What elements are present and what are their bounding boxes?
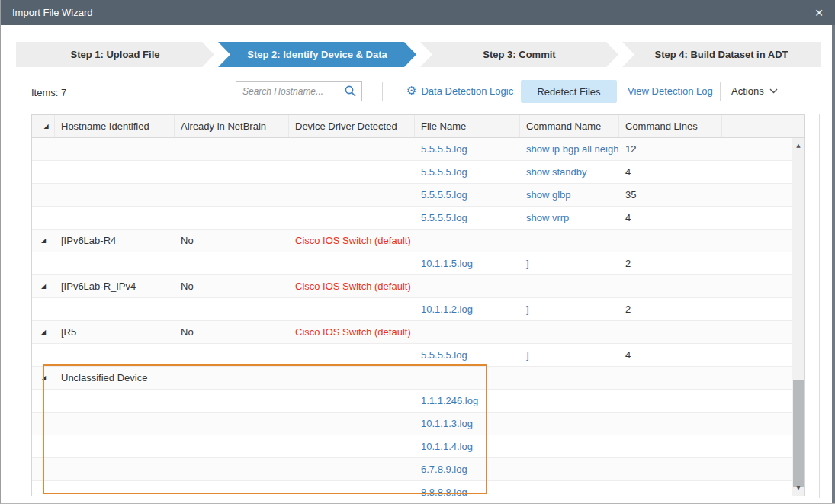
hostname-cell: [IPv6Lab-R4 xyxy=(55,235,175,246)
wizard-step-label: Step 3: Commit xyxy=(483,49,555,60)
file-name-link[interactable]: 5.5.5.5.log xyxy=(415,212,520,223)
col-file-name[interactable]: File Name xyxy=(415,115,520,137)
toolbar-divider xyxy=(720,82,721,101)
close-icon[interactable]: ✕ xyxy=(814,7,824,19)
table-row[interactable]: 10.1.1.4.log xyxy=(32,435,804,458)
command-name-link[interactable]: show ip bgp all neigh... xyxy=(520,143,619,155)
table-row[interactable]: ◢ Unclassified Device xyxy=(32,367,804,390)
expand-icon[interactable]: ◢ xyxy=(41,238,46,244)
col-command-lines[interactable]: Command Lines xyxy=(619,115,722,137)
table-row[interactable]: 6.7.8.9.log xyxy=(32,458,804,481)
file-name-link[interactable]: 5.5.5.5.log xyxy=(415,166,520,178)
items-count: Items: 7 xyxy=(31,87,66,98)
table-row[interactable]: 5.5.5.5.log show standby 4 xyxy=(32,161,804,184)
collapse-all-icon[interactable]: ◢ xyxy=(43,124,48,130)
command-lines-cell: 4 xyxy=(619,212,722,223)
search-box[interactable] xyxy=(236,81,362,101)
expand-icon[interactable]: ◢ xyxy=(41,375,46,381)
search-input[interactable] xyxy=(242,86,344,97)
file-name-link[interactable]: 5.5.5.5.log xyxy=(415,349,520,361)
col-command-name[interactable]: Command Name xyxy=(520,115,619,137)
command-lines-cell: 12 xyxy=(619,143,722,155)
command-name-link[interactable]: show standby xyxy=(520,166,619,178)
command-name-link[interactable]: show vrrp xyxy=(520,212,619,223)
wizard-step-label: Step 2: Identify Device & Data xyxy=(247,49,387,60)
wizard-step-1[interactable]: Step 1: Upload File xyxy=(16,42,214,67)
gear-icon: ⚙ xyxy=(406,85,416,97)
file-name-link[interactable]: 10.1.1.4.log xyxy=(415,441,520,452)
file-name-link[interactable]: 10.1.1.3.log xyxy=(415,418,520,429)
table-header: ◢ Hostname Identified Already in NetBrai… xyxy=(32,115,804,138)
table-row[interactable]: ◢ [IPv6Lab-R4 No Cisco IOS Switch (defau… xyxy=(32,230,804,252)
dialog-right-edge xyxy=(832,0,835,503)
redetect-files-button[interactable]: Redetect Files xyxy=(521,80,617,103)
chevron-down-icon xyxy=(769,88,778,94)
scroll-up-icon[interactable]: ▲ xyxy=(792,140,804,152)
col-hostname-identified[interactable]: Hostname Identified xyxy=(55,115,175,137)
data-detection-logic-link[interactable]: ⚙ Data Detection Logic xyxy=(406,85,513,97)
file-name-link[interactable]: 8.8.8.8.log xyxy=(415,486,520,496)
table-row[interactable]: 5.5.5.5.log show vrrp 4 xyxy=(32,207,804,230)
file-name-link[interactable]: 5.5.5.5.log xyxy=(415,143,520,155)
wizard-step-4[interactable]: Step 4: Build Dataset in ADT xyxy=(622,42,821,67)
detection-table: ◢ Hostname Identified Already in NetBrai… xyxy=(31,114,805,496)
file-name-link[interactable]: 6.7.8.9.log xyxy=(415,464,520,475)
file-name-link[interactable]: 10.1.1.2.log xyxy=(415,303,520,315)
wizard-step-label: Step 1: Upload File xyxy=(70,49,159,60)
import-file-wizard-dialog: Import File Wizard ✕ Step 1: Upload File… xyxy=(0,0,835,504)
toolbar-divider xyxy=(382,82,383,101)
dialog-scroll-gutter xyxy=(819,114,820,498)
file-name-link[interactable]: 1.1.1.246.log xyxy=(415,395,520,406)
hostname-cell: [R5 xyxy=(55,326,175,338)
hostname-cell: Unclassified Device xyxy=(55,372,175,384)
wizard-step-2[interactable]: Step 2: Identify Device & Data xyxy=(218,42,416,67)
table-row[interactable]: 5.5.5.5.log ] 4 xyxy=(32,344,804,367)
device-driver-cell: Cisco IOS Switch (default) xyxy=(289,281,415,292)
dialog-title: Import File Wizard xyxy=(12,7,92,18)
table-row[interactable]: ◢ [R5 No Cisco IOS Switch (default) xyxy=(32,321,804,344)
file-name-link[interactable]: 5.5.5.5.log xyxy=(415,189,520,201)
search-icon[interactable] xyxy=(344,85,357,98)
wizard-step-3[interactable]: Step 3: Commit xyxy=(420,42,618,67)
col-empty xyxy=(722,115,804,137)
table-row[interactable]: 5.5.5.5.log show ip bgp all neigh... 12 xyxy=(32,138,804,161)
data-detection-logic-label: Data Detection Logic xyxy=(421,85,513,97)
table-row[interactable]: ◢ [IPv6Lab-R_IPv4 No Cisco IOS Switch (d… xyxy=(32,275,804,298)
collapse-all-cell[interactable]: ◢ xyxy=(32,115,55,137)
command-name-link[interactable]: ] xyxy=(520,303,619,315)
table-row[interactable]: 10.1.1.2.log ] 2 xyxy=(32,298,804,321)
actions-label: Actions xyxy=(731,85,764,97)
command-lines-cell: 4 xyxy=(619,166,722,178)
view-detection-log-link[interactable]: View Detection Log xyxy=(628,85,713,97)
col-device-driver-detected[interactable]: Device Driver Detected xyxy=(289,115,415,137)
table-row[interactable]: 10.1.1.3.log xyxy=(32,413,804,435)
command-name-link[interactable]: show glbp xyxy=(520,189,619,201)
actions-dropdown[interactable]: Actions xyxy=(731,85,778,97)
command-lines-cell: 2 xyxy=(619,303,722,315)
file-name-link[interactable]: 10.1.1.5.log xyxy=(415,258,520,269)
expand-icon[interactable]: ◢ xyxy=(41,329,46,335)
table-scrollbar[interactable]: ▲ ▼ xyxy=(792,138,804,496)
command-lines-cell: 2 xyxy=(619,258,722,269)
command-name-link[interactable]: ] xyxy=(520,258,619,269)
table-row[interactable]: 5.5.5.5.log show glbp 35 xyxy=(32,184,804,207)
command-name-link[interactable]: ] xyxy=(520,349,619,361)
scrollbar-thumb[interactable] xyxy=(793,380,804,487)
already-in-netbrain-cell: No xyxy=(175,326,289,338)
expand-icon[interactable]: ◢ xyxy=(41,284,46,290)
dialog-titlebar: Import File Wizard ✕ xyxy=(1,0,835,25)
step-bar: Step 1: Upload File Step 2: Identify Dev… xyxy=(16,42,821,67)
table-row[interactable]: 1.1.1.246.log xyxy=(32,390,804,413)
wizard-step-label: Step 4: Build Dataset in ADT xyxy=(654,49,788,60)
hostname-cell: [IPv6Lab-R_IPv4 xyxy=(55,281,175,292)
already-in-netbrain-cell: No xyxy=(175,235,289,246)
scroll-down-icon[interactable]: ▼ xyxy=(792,482,804,494)
table-body: 5.5.5.5.log show ip bgp all neigh... 12 … xyxy=(32,138,804,496)
table-row[interactable]: 8.8.8.8.log xyxy=(32,481,804,496)
device-driver-cell: Cisco IOS Switch (default) xyxy=(289,235,415,246)
table-row[interactable]: 10.1.1.5.log ] 2 xyxy=(32,252,804,275)
command-lines-cell: 4 xyxy=(619,349,722,361)
device-driver-cell: Cisco IOS Switch (default) xyxy=(289,326,415,338)
col-already-in-netbrain[interactable]: Already in NetBrain xyxy=(175,115,289,137)
already-in-netbrain-cell: No xyxy=(175,281,289,292)
